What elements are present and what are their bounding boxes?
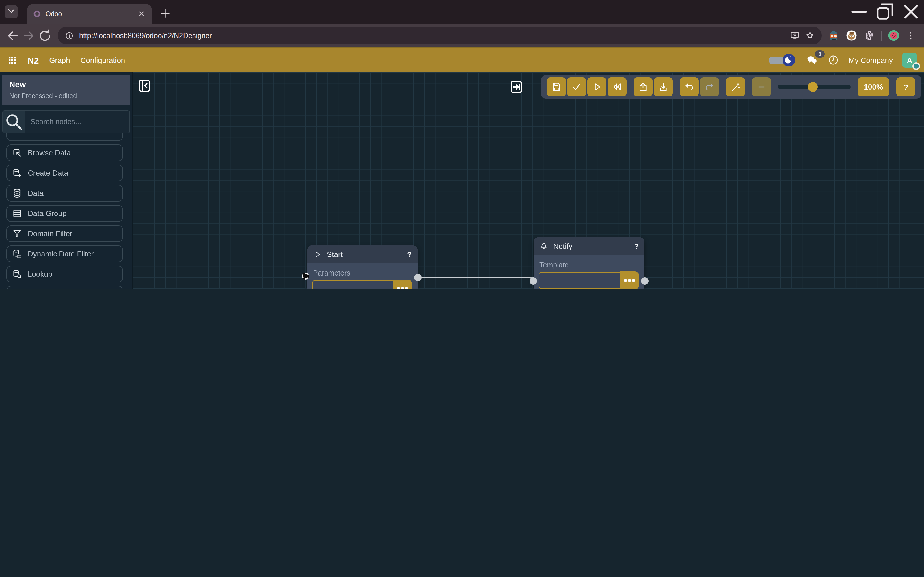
auto-layout-button[interactable] xyxy=(726,77,745,97)
redo-button[interactable] xyxy=(700,77,719,97)
owl-extension-icon[interactable] xyxy=(845,29,858,42)
sidebar-item-data-group[interactable]: Data Group xyxy=(6,205,123,222)
field-label: Template xyxy=(539,261,639,269)
node-search[interactable] xyxy=(2,110,130,134)
domain-filter-icon xyxy=(12,229,22,239)
browser-toolbar: http://localhost:8069/odoo/n2/N2Designer xyxy=(0,24,924,48)
node-help-button[interactable]: ? xyxy=(407,250,412,259)
field-label: Parameters xyxy=(313,269,412,277)
divider xyxy=(881,30,882,41)
canvas-toolbar: 100%? xyxy=(541,75,921,99)
sidebar-item-create-data[interactable]: Create Data xyxy=(6,164,123,181)
toolbar-group xyxy=(634,77,673,97)
address-bar[interactable]: http://localhost:8069/odoo/n2/N2Designer xyxy=(58,27,822,45)
browse-data-icon xyxy=(12,148,22,158)
search-input[interactable] xyxy=(25,111,129,133)
data-group-icon xyxy=(12,208,22,218)
content-area: New Not Processed - edited Browse DataCr… xyxy=(0,72,924,288)
node-notify[interactable]: Notify ? Template Sticky xyxy=(534,237,644,288)
site-info-icon[interactable] xyxy=(65,31,74,40)
zoom-out-button[interactable] xyxy=(752,77,771,97)
tab-search-button[interactable] xyxy=(5,5,18,18)
sidebar-item-partial[interactable] xyxy=(6,134,123,141)
run-button[interactable] xyxy=(587,77,606,97)
navbar-right: 3 My Company A xyxy=(769,53,917,68)
sidebar-item-dynamic-date-filter[interactable]: Dynamic Date Filter xyxy=(6,245,123,262)
upload-icon xyxy=(637,81,649,92)
apps-grid-icon[interactable] xyxy=(7,55,17,65)
database-calendar-icon xyxy=(12,249,22,259)
more-button[interactable] xyxy=(393,280,412,288)
sidebar-item-label: Lookup xyxy=(28,270,52,279)
undo-button[interactable] xyxy=(680,77,699,97)
bookmark-star-icon[interactable] xyxy=(805,31,815,40)
app-brand[interactable]: N2 xyxy=(28,55,39,65)
node-help-button[interactable]: ? xyxy=(634,242,639,251)
sidebar-item-browse-data[interactable]: Browse Data xyxy=(6,144,123,161)
sidebar-item-lookup[interactable]: Lookup xyxy=(6,266,123,282)
template-input[interactable] xyxy=(539,272,620,288)
status-dot xyxy=(913,62,920,70)
new-tab-button[interactable] xyxy=(158,6,172,20)
url-text: http://localhost:8069/odoo/n2/N2Designer xyxy=(79,31,785,40)
restore-button[interactable] xyxy=(872,0,898,24)
sidebar-item-update-active-data[interactable]: Update Active Data xyxy=(6,286,123,288)
input-port[interactable] xyxy=(302,272,309,280)
messages-button[interactable]: 3 xyxy=(806,54,819,66)
sidebar-item-label: Create Data xyxy=(28,169,68,177)
field-row xyxy=(312,280,412,288)
rewind-button[interactable] xyxy=(607,77,626,97)
wand-icon xyxy=(730,81,741,92)
reload-button[interactable] xyxy=(37,27,53,44)
profile-avatar-icon[interactable] xyxy=(888,29,900,42)
activities-clock-icon[interactable] xyxy=(828,54,839,66)
minimize-button[interactable] xyxy=(846,0,872,24)
node-title: Start xyxy=(327,250,343,259)
input-port[interactable] xyxy=(530,277,537,285)
output-port[interactable] xyxy=(414,274,422,281)
node-start[interactable]: Start ? Parameters xyxy=(307,245,417,288)
output-port[interactable] xyxy=(641,277,649,285)
odoo-favicon xyxy=(33,10,41,18)
browser-tab[interactable]: Odoo xyxy=(27,4,152,24)
tab-title: Odoo xyxy=(46,10,132,17)
panel-expand-button[interactable] xyxy=(509,79,523,95)
help-button[interactable]: ? xyxy=(896,77,915,97)
download-icon xyxy=(658,81,669,92)
sidebar-item-domain-filter[interactable]: Domain Filter xyxy=(6,225,123,242)
export-button[interactable] xyxy=(634,77,653,97)
menu-graph[interactable]: Graph xyxy=(49,56,70,64)
toolbar-group xyxy=(752,77,771,97)
user-avatar[interactable]: A xyxy=(902,53,917,68)
workflow-header: New Not Processed - edited xyxy=(2,74,130,105)
zoom-level-button[interactable]: 100% xyxy=(858,77,890,97)
tab-close-icon[interactable] xyxy=(137,9,146,18)
node-header[interactable]: Start ? xyxy=(307,245,417,263)
save-button[interactable] xyxy=(547,77,566,97)
browser-menu-kebab-icon[interactable] xyxy=(906,30,916,41)
forward-button[interactable] xyxy=(21,27,37,44)
sidebar-item-data[interactable]: Data xyxy=(6,185,123,201)
chevron-down-icon xyxy=(5,4,18,19)
back-button[interactable] xyxy=(5,27,21,44)
menu-configuration[interactable]: Configuration xyxy=(80,56,125,64)
import-button[interactable] xyxy=(654,77,673,97)
company-name[interactable]: My Company xyxy=(848,56,893,64)
zoom-slider-thumb[interactable] xyxy=(808,82,818,92)
toolbar-group xyxy=(680,77,719,97)
rewind-icon xyxy=(612,81,623,92)
edge-start-notify[interactable] xyxy=(417,277,535,279)
install-app-icon[interactable] xyxy=(790,31,800,40)
workflow-title: New xyxy=(9,80,123,89)
zoom-slider[interactable] xyxy=(778,85,851,89)
designer-canvas[interactable]: 100%? Start ? Parameters xyxy=(133,72,924,288)
sidebar-collapse-button[interactable] xyxy=(137,78,151,93)
dark-mode-toggle[interactable] xyxy=(769,54,797,66)
validate-button[interactable] xyxy=(567,77,586,97)
close-button[interactable] xyxy=(898,0,924,24)
node-header[interactable]: Notify ? xyxy=(534,237,644,255)
extensions-puzzle-icon[interactable] xyxy=(863,29,876,42)
more-button[interactable] xyxy=(620,271,639,288)
parameters-input[interactable] xyxy=(312,280,393,288)
robot-extension-icon[interactable] xyxy=(827,29,840,42)
